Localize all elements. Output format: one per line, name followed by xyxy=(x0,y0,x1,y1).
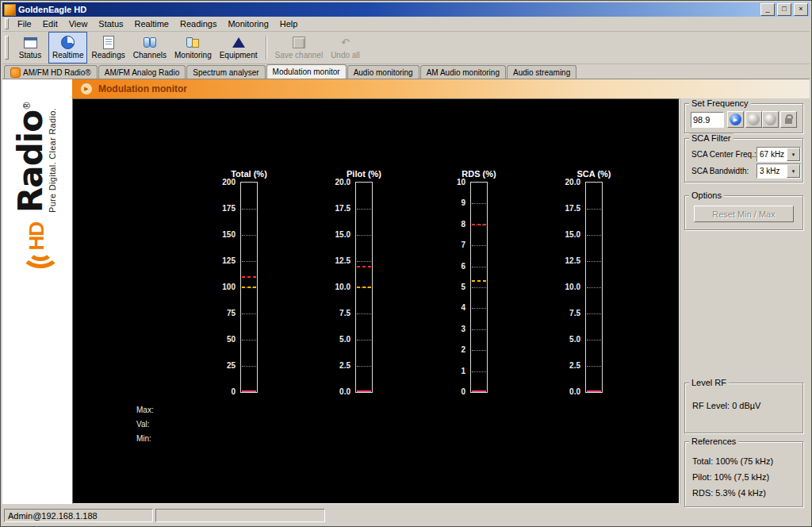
dropdown-arrow-button[interactable]: ▼ xyxy=(787,148,800,161)
meter-tick-line xyxy=(357,340,371,340)
menu-readings[interactable]: Readings xyxy=(174,17,222,30)
hd-logo-mark: HD xyxy=(19,222,54,268)
maximize-button[interactable]: □ xyxy=(777,3,791,16)
page-title: Modulation monitor xyxy=(98,83,187,94)
menu-edit[interactable]: Edit xyxy=(37,17,63,30)
meter-title: Total (%) xyxy=(231,169,267,179)
toolbar-undo-all-button: ↶ Undo all xyxy=(327,32,364,63)
toolbar-button-label: Status xyxy=(19,51,41,60)
tab-spectrum-analyser[interactable]: Spectrum analyser xyxy=(186,65,265,79)
tab-audio-monitoring[interactable]: Audio monitoring xyxy=(347,65,419,79)
toolbar-button-label: Channels xyxy=(133,51,167,60)
menu-grip[interactable] xyxy=(5,18,9,29)
meter-bar xyxy=(240,182,258,393)
meter-tick-label: 50 xyxy=(196,335,236,344)
meter-title: RDS (%) xyxy=(462,169,496,179)
content-row: Max: Val: Min: Total (%)0255075100125150… xyxy=(72,98,810,504)
minimize-button[interactable]: _ xyxy=(760,3,775,16)
status-icon-shape xyxy=(24,37,37,48)
meter-ref-marker xyxy=(242,287,256,288)
tab-modulation-monitor[interactable]: Modulation monitor xyxy=(266,64,347,79)
tab-am-audio-monitoring[interactable]: AM Audio monitoring xyxy=(420,65,506,79)
lock-button[interactable] xyxy=(780,111,797,128)
rf-level-value: RF Level: 0 dBµV xyxy=(692,401,760,410)
meter-tick-label: 25 xyxy=(196,361,236,370)
meter-tick-line xyxy=(587,366,601,367)
meter-tick-label: 2.5 xyxy=(311,361,350,370)
toolbar-grip[interactable] xyxy=(5,36,9,60)
frequency-input[interactable] xyxy=(691,112,724,128)
meter-tick-label: 7.5 xyxy=(311,309,350,317)
toolbar-channels-button[interactable]: Channels xyxy=(129,32,170,63)
dropdown-arrow-button[interactable]: ▼ xyxy=(787,164,800,178)
banner-arrow-icon: ▶ xyxy=(80,83,93,95)
meter-tick-label: 175 xyxy=(196,204,236,213)
sca-bandwidth-label: SCA Bandwidth: xyxy=(691,167,749,175)
sca-bandwidth-value: 3 kHz xyxy=(757,164,787,178)
meter-ref-marker xyxy=(472,280,486,282)
sca-filter-group-label: SCA Filter xyxy=(689,133,733,143)
meter-tick-line xyxy=(357,261,371,262)
meter-tick-label: 4 xyxy=(426,303,465,312)
meter-footer-max-label: Max: xyxy=(136,406,154,414)
toolbar-status-button[interactable]: Status xyxy=(12,32,48,63)
meter-tick-line xyxy=(357,235,371,236)
circle-icon xyxy=(764,113,776,125)
toolbar-button-label: Save channel xyxy=(275,51,324,60)
toolbar-realtime-button[interactable]: Realtime xyxy=(48,32,87,63)
meter-tick-label: 10 xyxy=(426,178,465,187)
menu-status[interactable]: Status xyxy=(93,17,128,30)
menu-help[interactable]: Help xyxy=(274,17,304,30)
titlebar[interactable]: GoldenEagle HD _ □ × xyxy=(2,2,810,17)
statusbar-panel xyxy=(155,509,325,522)
toolbar-button-label: Undo all xyxy=(331,51,360,60)
undo-all-icon-glyph: ↶ xyxy=(341,37,350,48)
meter-tick-label: 17.5 xyxy=(541,204,580,213)
toolbar-monitoring-button[interactable]: Monitoring xyxy=(170,32,216,63)
tab-label: Spectrum analyser xyxy=(193,68,259,77)
meter-tick-label: 3 xyxy=(426,325,465,333)
tab-label: AM/FM HD Radio® xyxy=(23,68,91,77)
close-button[interactable]: × xyxy=(794,3,808,16)
equipment-icon xyxy=(232,36,245,49)
meter-title: Pilot (%) xyxy=(347,169,381,179)
sca-bandwidth-select[interactable]: 3 kHz ▼ xyxy=(756,163,801,179)
tab-am-fm-analog-radio[interactable]: AM/FM Analog Radio xyxy=(98,65,186,79)
meter-tick-label: 15.0 xyxy=(541,230,580,239)
meter-2: Pilot (%)0.02.55.07.510.012.515.017.520.… xyxy=(311,169,373,396)
meter-tick-label: 7 xyxy=(426,240,465,249)
toolbar-equipment-button[interactable]: Equipment xyxy=(216,32,262,63)
meter-tick-label: 5 xyxy=(426,283,465,291)
options-group-label: Options xyxy=(689,190,724,200)
meter-tick-line xyxy=(472,350,486,351)
channels-icon xyxy=(144,36,156,49)
meter-tick-label: 5.0 xyxy=(541,335,580,344)
menu-monitoring[interactable]: Monitoring xyxy=(222,17,274,30)
tab-audio-streaming[interactable]: Audio streaming xyxy=(507,65,576,79)
tune-go-button[interactable]: ▶ xyxy=(727,111,744,128)
meter-tick-line xyxy=(587,287,601,288)
meter-tick-line xyxy=(472,329,486,330)
toolbar-button-label: Realtime xyxy=(52,51,83,60)
meter-ref-marker xyxy=(357,287,371,288)
menu-realtime[interactable]: Realtime xyxy=(129,17,174,30)
toolbar-readings-button[interactable]: Readings xyxy=(87,32,128,63)
menu-view[interactable]: View xyxy=(63,17,94,30)
readings-icon-shape xyxy=(103,36,114,49)
tab-am-fm-hd-radio[interactable]: AM/FM HD Radio® xyxy=(4,65,98,79)
readings-icon xyxy=(103,36,114,49)
meter-tick-line xyxy=(242,314,256,314)
tabbar: AM/FM HD Radio® AM/FM Analog Radio Spect… xyxy=(2,64,810,79)
reference-pilot: Pilot: 10% (7,5 kHz) xyxy=(692,472,769,482)
sca-center-freq-select[interactable]: 67 kHz ▼ xyxy=(756,147,801,162)
tab-label: Audio streaming xyxy=(513,68,570,77)
meter-tick-line xyxy=(587,209,601,210)
meter-tick-line xyxy=(357,366,371,367)
tab-label: AM/FM Analog Radio xyxy=(105,68,180,77)
meter-footer-min-label: Min: xyxy=(136,434,151,443)
hd-logo-icon xyxy=(10,67,21,78)
statusbar-user: Admin@192.168.1.188 xyxy=(4,509,153,522)
menu-file[interactable]: File xyxy=(12,17,37,30)
meter-tick-line xyxy=(587,235,601,236)
meter-tick-line xyxy=(472,267,486,267)
